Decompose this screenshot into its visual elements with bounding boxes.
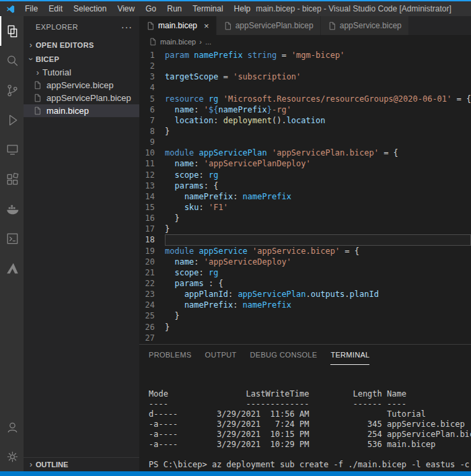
line-number: 15 bbox=[139, 202, 165, 213]
bottom-panel: PROBLEMSOUTPUTDEBUG CONSOLETERMINAL Mode… bbox=[139, 344, 471, 471]
extensions-icon[interactable] bbox=[0, 164, 24, 194]
line-number: 6 bbox=[139, 104, 165, 115]
file-label: appServicePlan.bicep bbox=[46, 93, 131, 103]
close-tab-icon[interactable]: × bbox=[204, 21, 209, 31]
activity-bar bbox=[0, 16, 24, 471]
panel-tab-terminal[interactable]: TERMINAL bbox=[330, 345, 369, 365]
code-line: 4 bbox=[139, 82, 471, 93]
bicep-file-icon bbox=[33, 94, 43, 102]
vscode-logo-icon bbox=[5, 4, 15, 14]
line-number: 22 bbox=[139, 278, 165, 289]
breadcrumb-file[interactable]: main.bicep bbox=[160, 38, 196, 46]
menu-help[interactable]: Help bbox=[229, 1, 256, 16]
menu-selection[interactable]: Selection bbox=[68, 1, 112, 16]
code-line: 2 bbox=[139, 61, 471, 71]
code-line: 19module appService 'appService.bicep' =… bbox=[139, 246, 471, 257]
code-editor[interactable]: 1param namePrefix string = 'mgm-bicep'23… bbox=[139, 48, 471, 344]
panel-tab-problems[interactable]: PROBLEMS bbox=[149, 345, 192, 365]
line-number: 16 bbox=[139, 213, 165, 224]
editor-tab-bar: main.bicep×appServicePlan.bicepappServic… bbox=[139, 16, 471, 35]
status-bar bbox=[0, 471, 471, 476]
panel-tab-output[interactable]: OUTPUT bbox=[205, 345, 237, 365]
window-title: main.bicep - bicep - Visual Studio Code … bbox=[256, 4, 471, 13]
code-text: module appServicePlan 'appServicePlan.bi… bbox=[165, 147, 471, 158]
open-editors-label: OPEN EDITORS bbox=[36, 41, 94, 49]
accounts-icon[interactable] bbox=[0, 412, 24, 442]
code-text: targetScope = 'subscription' bbox=[165, 71, 471, 82]
explorer-item-tutorial[interactable]: ›Tutorial bbox=[24, 66, 139, 79]
code-text bbox=[165, 234, 471, 245]
chevron-right-icon: › bbox=[26, 460, 36, 469]
azure-icon[interactable] bbox=[0, 253, 24, 283]
open-editors-section[interactable]: › OPEN EDITORS bbox=[24, 38, 139, 52]
terminal-output-line: ---- ------------- ------ ---- bbox=[149, 399, 471, 409]
code-text: name: 'appServiceDeploy' bbox=[165, 257, 471, 267]
file-label: main.bicep bbox=[46, 106, 89, 116]
breadcrumb-symbol[interactable]: ... bbox=[205, 38, 211, 46]
remote-explorer-icon[interactable] bbox=[0, 135, 24, 164]
terminal-prompt-line: PS C:\bicep> az deployment sub create -f… bbox=[149, 460, 471, 470]
explorer-item-appserviceplan-bicep[interactable]: appServicePlan.bicep bbox=[24, 92, 139, 104]
menu-go[interactable]: Go bbox=[140, 1, 161, 16]
line-number: 14 bbox=[139, 191, 165, 202]
manage-icon[interactable] bbox=[0, 442, 24, 471]
terminal-output-line: d----- 3/29/2021 11:56 AM Tutorial bbox=[149, 409, 471, 419]
code-line: 26} bbox=[139, 322, 471, 333]
code-text: location: deployment().location bbox=[165, 115, 471, 126]
code-line: 18 bbox=[139, 234, 471, 245]
line-number: 20 bbox=[139, 257, 165, 267]
line-number: 24 bbox=[139, 300, 165, 310]
code-text: sku: 'F1' bbox=[165, 202, 471, 213]
panel-tab-debug-console[interactable]: DEBUG CONSOLE bbox=[250, 345, 318, 365]
code-line: 3targetScope = 'subscription' bbox=[139, 71, 471, 82]
menu-terminal[interactable]: Terminal bbox=[187, 1, 228, 16]
sidebar-more-actions-button[interactable]: ··· bbox=[121, 22, 133, 32]
menu-edit[interactable]: Edit bbox=[43, 1, 68, 16]
explorer-icon[interactable] bbox=[0, 16, 24, 46]
bicep-file-icon bbox=[328, 22, 336, 30]
code-text: scope: rg bbox=[165, 267, 471, 278]
code-line: 16 } bbox=[139, 213, 471, 224]
code-text: appPlanId: appServicePlan.outputs.planId bbox=[165, 289, 471, 300]
line-number: 2 bbox=[139, 61, 165, 71]
line-number: 10 bbox=[139, 147, 165, 158]
code-line: 21 scope: rg bbox=[139, 267, 471, 278]
vscode-window: FileEditSelectionViewGoRunTerminalHelp m… bbox=[0, 0, 471, 476]
run-and-debug-icon[interactable] bbox=[0, 105, 24, 135]
tab-main-bicep[interactable]: main.bicep× bbox=[139, 16, 217, 35]
code-text: resource rg 'Microsoft.Resources/resourc… bbox=[165, 94, 471, 104]
tab-label: appServicePlan.bicep bbox=[236, 21, 314, 30]
outline-section[interactable]: › OUTLINE bbox=[24, 457, 139, 471]
explorer-item-appservice-bicep[interactable]: appService.bicep bbox=[24, 79, 139, 92]
line-number: 21 bbox=[139, 267, 165, 278]
tab-label: appService.bicep bbox=[340, 21, 402, 30]
code-text: module appService 'appService.bicep' = { bbox=[165, 246, 471, 257]
menu-file[interactable]: File bbox=[20, 1, 43, 16]
workspace-folder-section[interactable]: › BICEP bbox=[24, 52, 139, 66]
menu-run[interactable]: Run bbox=[161, 1, 187, 16]
terminal-content[interactable]: Mode LastWriteTime Length Name---- -----… bbox=[139, 365, 471, 471]
code-text bbox=[165, 61, 471, 71]
tab-appserviceplan-bicep[interactable]: appServicePlan.bicep bbox=[217, 16, 321, 35]
breadcrumb[interactable]: main.bicep › ... bbox=[139, 35, 471, 48]
tab-appservice-bicep[interactable]: appService.bicep bbox=[321, 16, 409, 35]
code-text: namePrefix: namePrefix bbox=[165, 300, 471, 310]
code-line: 1param namePrefix string = 'mgm-bicep' bbox=[139, 50, 471, 61]
code-text: } bbox=[165, 310, 471, 321]
line-number: 11 bbox=[139, 158, 165, 169]
line-number: 23 bbox=[139, 289, 165, 300]
menu-bar: FileEditSelectionViewGoRunTerminalHelp bbox=[20, 1, 256, 16]
file-tree: ›TutorialappService.bicepappServicePlan.… bbox=[24, 66, 139, 117]
code-text: params: { bbox=[165, 180, 471, 191]
line-number: 3 bbox=[139, 71, 165, 82]
menu-view[interactable]: View bbox=[112, 1, 140, 16]
explorer-item-main-bicep[interactable]: main.bicep bbox=[24, 104, 139, 117]
bicep-file-icon bbox=[146, 22, 155, 30]
docker-icon[interactable] bbox=[0, 194, 24, 224]
line-number: 5 bbox=[139, 94, 165, 104]
code-text: namePrefix: namePrefix bbox=[165, 191, 471, 202]
source-control-icon[interactable] bbox=[0, 75, 24, 105]
remote-terminal-icon[interactable] bbox=[0, 224, 24, 253]
code-line: 12 scope: rg bbox=[139, 170, 471, 180]
search-icon[interactable] bbox=[0, 46, 24, 75]
